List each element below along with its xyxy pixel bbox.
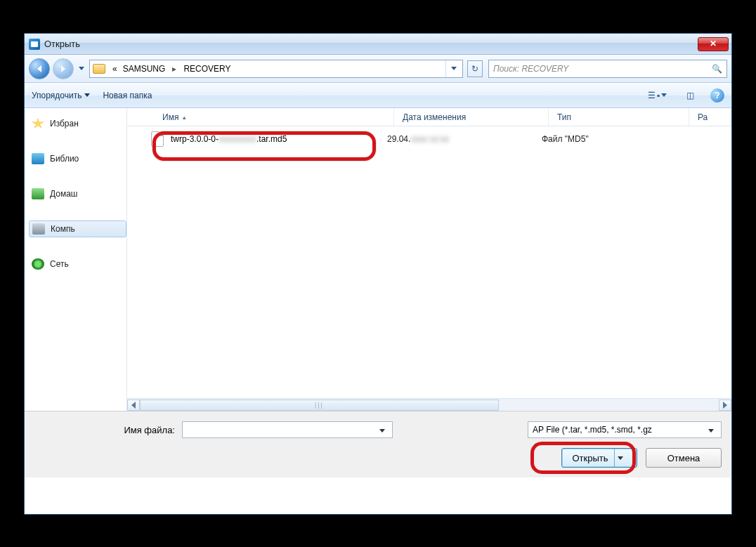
view-mode-button[interactable]: ☰ ▪ (644, 88, 670, 103)
open-file-dialog: Открыть ✕ « SAMSUNG ▸ RECOVERY ↻ Поиск: … (24, 33, 732, 515)
body: Избран Библио Домаш Компь Сеть И (25, 108, 731, 411)
search-icon: 🔍 (712, 64, 722, 74)
arrow-right-icon (61, 65, 65, 72)
homegroup-icon (32, 188, 44, 199)
file-row[interactable]: twrp-3.0.0-0-xxxxxxxxx.tar.md5 29.04.xxx… (127, 126, 731, 152)
computer-icon (32, 223, 45, 235)
chevron-down-icon (661, 93, 667, 97)
horizontal-scrollbar[interactable]: ||| (127, 398, 731, 411)
forward-button[interactable] (53, 58, 74, 79)
filename-dropdown[interactable] (377, 425, 388, 435)
nav-pane: Избран Библио Домаш Компь Сеть (25, 108, 127, 411)
help-button[interactable]: ? (710, 88, 724, 103)
star-icon (32, 118, 44, 129)
refresh-button[interactable]: ↻ (467, 60, 483, 77)
filter-dropdown-icon (705, 425, 717, 435)
bottom-panel: Имя файла: AP File (*.tar, *.md5, *.smd,… (25, 411, 731, 477)
file-name-cell: twrp-3.0.0-0-xxxxxxxxx.tar.md5 (134, 131, 387, 147)
close-button[interactable]: ✕ (698, 37, 729, 51)
scroll-left-button[interactable] (127, 400, 140, 411)
filename-row: Имя файла: AP File (*.tar, *.md5, *.smd,… (34, 421, 722, 438)
col-name[interactable]: Имя ▴ (127, 108, 394, 126)
window-title: Открыть (44, 39, 698, 49)
arrow-left-icon (37, 65, 41, 72)
navpane-libraries[interactable]: Библио (32, 150, 126, 167)
folder-icon (93, 64, 105, 74)
filename-label: Имя файла: (34, 425, 175, 435)
file-type-cell: Файл "MD5" (542, 134, 682, 144)
search-placeholder: Поиск: RECOVERY (493, 64, 568, 74)
filetype-filter[interactable]: AP File (*.tar, *.md5, *.smd, *.gz (528, 421, 722, 438)
navpane-network[interactable]: Сеть (32, 256, 126, 272)
preview-pane-button[interactable]: ◫ (683, 88, 698, 103)
address-bar[interactable]: « SAMSUNG ▸ RECOVERY (89, 60, 463, 78)
toolbar: Упорядочить Новая папка ☰ ▪ ◫ ? (25, 83, 731, 108)
scroll-thumb[interactable]: ||| (140, 400, 499, 411)
preview-pane-icon: ◫ (686, 91, 694, 100)
file-date-cell: 29.04.xxxx xx:xx (387, 134, 542, 144)
filename-input[interactable] (182, 421, 393, 438)
nav-row: « SAMSUNG ▸ RECOVERY ↻ Поиск: RECOVERY 🔍 (25, 55, 731, 83)
organize-button[interactable]: Упорядочить (32, 91, 90, 100)
open-button[interactable]: Открыть (561, 448, 637, 468)
new-folder-button[interactable]: Новая папка (103, 91, 152, 100)
breadcrumb-recovery[interactable]: RECOVERY (181, 64, 233, 74)
back-button[interactable] (29, 58, 50, 79)
address-dropdown[interactable] (445, 60, 461, 77)
col-date[interactable]: Дата изменения (394, 108, 549, 126)
breadcrumb-samsung[interactable]: SAMSUNG (120, 64, 169, 74)
cancel-button[interactable]: Отмена (646, 448, 722, 468)
button-row: Открыть Отмена (34, 448, 722, 468)
navpane-homegroup[interactable]: Домаш (32, 185, 126, 202)
scroll-track[interactable]: ||| (140, 400, 719, 411)
file-list: Имя ▴ Дата изменения Тип Ра twrp-3.0.0-0… (127, 108, 731, 411)
breadcrumb-sep: ▸ (168, 64, 181, 74)
libraries-icon (32, 153, 44, 164)
breadcrumb-prefix: « (110, 64, 120, 74)
navpane-computer[interactable]: Компь (29, 220, 126, 237)
col-type[interactable]: Тип (549, 108, 689, 126)
list-view-icon: ☰ (648, 91, 656, 100)
sort-indicator-icon: ▴ (183, 114, 186, 121)
nav-history-dropdown[interactable] (77, 59, 86, 79)
file-icon (151, 131, 164, 147)
scroll-right-button[interactable] (719, 400, 731, 411)
open-split-dropdown[interactable] (614, 449, 627, 467)
navpane-favorites[interactable]: Избран (32, 115, 126, 132)
app-icon (29, 39, 40, 50)
titlebar: Открыть ✕ (25, 34, 731, 55)
column-headers: Имя ▴ Дата изменения Тип Ра (127, 108, 731, 126)
col-size[interactable]: Ра (689, 108, 731, 126)
search-input[interactable]: Поиск: RECOVERY 🔍 (488, 60, 727, 78)
chevron-down-icon (84, 93, 90, 97)
network-icon (32, 258, 44, 270)
